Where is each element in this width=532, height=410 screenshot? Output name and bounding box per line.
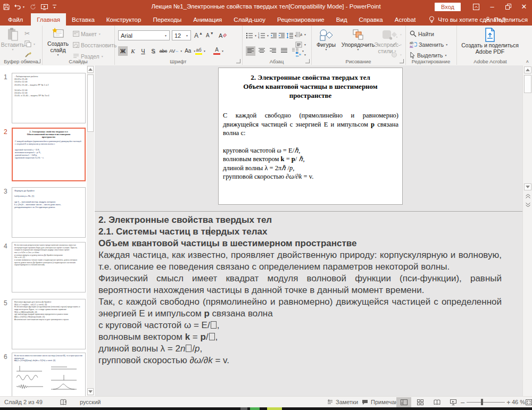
tab-insert[interactable]: Вставка: [66, 13, 101, 26]
slide-thumbnail-4[interactable]: Естественным результатом такого представ…: [12, 242, 86, 292]
text-shadow-button[interactable]: S: [148, 46, 158, 56]
bold-button[interactable]: Ж: [118, 46, 128, 56]
tab-acrobat[interactable]: Acrobat: [389, 13, 422, 26]
tab-animations[interactable]: Анимация: [187, 13, 228, 26]
character-spacing-button[interactable]: AV↔: [169, 46, 179, 56]
numbering-button[interactable]: 123: [258, 32, 265, 39]
align-center-button[interactable]: [257, 46, 267, 56]
share-button[interactable]: Поделиться: [485, 13, 528, 26]
scroll-up-button[interactable]: [87, 66, 94, 73]
scroll-up-button[interactable]: [524, 66, 531, 73]
scrollbar-thumb[interactable]: [524, 75, 531, 93]
slide-thumbnail-6[interactable]: Если точно известно волновое число части…: [12, 353, 86, 396]
zoom-slider-thumb[interactable]: [481, 399, 483, 405]
customize-qat-button[interactable]: ▼: [53, 5, 56, 9]
start-slideshow-icon[interactable]: [41, 4, 48, 10]
new-slide-button[interactable]: Создать слайд ▼: [46, 28, 70, 58]
align-left-button[interactable]: [246, 46, 255, 56]
shape-outline-button[interactable]: ▼: [391, 40, 402, 49]
reading-view-button[interactable]: [429, 397, 444, 407]
slide-thumbnail-1[interactable]: - Лабораторные работы 06.03 в 15-40 13.0…: [12, 73, 86, 123]
clear-formatting-button[interactable]: A: [219, 31, 227, 40]
font-dialog-launcher[interactable]: [236, 59, 240, 63]
align-right-button[interactable]: [268, 46, 278, 56]
zoom-out-button[interactable]: –: [461, 397, 464, 407]
restore-button[interactable]: [500, 0, 516, 13]
highlight-color-button[interactable]: аб ▼: [195, 46, 206, 55]
cut-button[interactable]: ✂: [24, 29, 30, 38]
notes-pane[interactable]: 2. Электронные свойства твердых тел 2.1.…: [98, 214, 502, 366]
scroll-down-button[interactable]: [524, 183, 531, 190]
tab-help[interactable]: Справка: [353, 13, 389, 26]
underline-button[interactable]: Ч: [138, 46, 148, 56]
strikethrough-button[interactable]: abc: [159, 46, 168, 56]
scroll-down-button[interactable]: [87, 388, 94, 395]
bullets-button[interactable]: [246, 32, 253, 39]
next-slide-button[interactable]: [524, 201, 531, 208]
align-text-button[interactable]: ▼: [295, 40, 306, 49]
shapes-button[interactable]: Фигуры ▼: [313, 29, 339, 51]
slide-canvas[interactable]: 2. Электронные свойства твердых тел Объе…: [218, 68, 403, 205]
shrink-font-button[interactable]: A▼: [206, 31, 214, 40]
normal-view-button[interactable]: [396, 397, 411, 407]
spell-check-icon[interactable]: [60, 397, 68, 407]
font-size-combo[interactable]: 12 ▼: [172, 30, 191, 40]
text-direction-button[interactable]: A▼: [295, 30, 306, 39]
collapse-ribbon-button[interactable]: ˄: [526, 59, 529, 64]
shape-fill-button[interactable]: ▼: [391, 30, 402, 39]
convert-smartart-button[interactable]: ▼: [295, 50, 306, 59]
font-color-button[interactable]: А ▼: [213, 46, 224, 55]
tab-transitions[interactable]: Переходы: [147, 13, 187, 26]
tab-home[interactable]: Главная: [31, 13, 66, 26]
tab-review[interactable]: Рецензирование: [271, 13, 330, 26]
tab-view[interactable]: Вид: [330, 13, 353, 26]
layout-button[interactable]: Макет▼: [73, 29, 101, 38]
fit-to-window-button[interactable]: [526, 397, 532, 407]
slide-counter[interactable]: Слайд 2 из 49: [4, 397, 43, 407]
notes-pane-splitter[interactable]: [95, 211, 522, 212]
scrollbar-thumb[interactable]: [87, 74, 94, 132]
slide-thumbnail-5[interactable]: Волновая функция для волны Де Бройля: Ψ(…: [12, 299, 86, 349]
line-spacing-button[interactable]: [286, 32, 293, 39]
shape-effects-button[interactable]: ▼: [391, 50, 402, 59]
justify-button[interactable]: [279, 46, 289, 56]
tab-slideshow[interactable]: Слайд-шоу: [228, 13, 271, 26]
save-icon[interactable]: [3, 4, 10, 10]
notes-toggle[interactable]: Заметки: [327, 397, 358, 407]
minimize-button[interactable]: –: [484, 0, 500, 13]
zoom-in-button[interactable]: +: [506, 397, 511, 407]
language-indicator[interactable]: русский: [80, 397, 101, 407]
replace-button[interactable]: abac Заменить ▼: [410, 40, 448, 49]
font-family-combo[interactable]: Arial ▼: [118, 30, 170, 40]
find-button[interactable]: Найти: [410, 29, 434, 38]
create-pdf-button[interactable]: Создать и поделиться Adobe PDF: [461, 28, 519, 55]
slide-thumbnail-2-selected[interactable]: 2. Электронные свойства твердых тел Объе…: [12, 128, 86, 181]
close-button[interactable]: ✕: [516, 0, 532, 13]
change-case-button[interactable]: Aa: [183, 46, 193, 56]
increase-indent-button[interactable]: [278, 32, 285, 39]
italic-button[interactable]: К: [128, 46, 138, 56]
format-painter-button[interactable]: [24, 50, 32, 59]
undo-button[interactable]: ▼: [14, 4, 25, 10]
tab-file[interactable]: Файл: [0, 13, 31, 26]
arrange-button[interactable]: Упорядочить ▼: [341, 29, 375, 51]
drawing-dialog-launcher[interactable]: [400, 59, 404, 63]
vertical-scrollbar[interactable]: [522, 65, 532, 396]
decrease-indent-button[interactable]: [270, 32, 277, 39]
paragraph-dialog-launcher[interactable]: [305, 59, 310, 63]
zoom-level[interactable]: 46 %: [512, 397, 525, 407]
slideshow-view-button[interactable]: [446, 397, 461, 407]
slide-sorter-view-button[interactable]: [413, 397, 428, 407]
sign-in-button[interactable]: Вход: [435, 3, 461, 11]
copy-button[interactable]: ▼: [24, 39, 36, 48]
reset-button[interactable]: Восстановить: [73, 40, 117, 49]
tab-design[interactable]: Конструктор: [101, 13, 147, 26]
thumbnail-scrollbar[interactable]: [87, 65, 94, 396]
ribbon-display-options-button[interactable]: [468, 0, 484, 13]
slide-thumbnail-3[interactable]: Формула де Бройля: λ=h/p или p = ℏk, (1)…: [12, 187, 86, 238]
grow-font-button[interactable]: A▲: [194, 31, 203, 40]
zoom-slider-track[interactable]: [467, 402, 505, 403]
clipboard-dialog-launcher[interactable]: [36, 59, 40, 63]
paste-button[interactable]: Вставить ▼: [2, 28, 23, 58]
previous-slide-button[interactable]: [524, 193, 531, 199]
